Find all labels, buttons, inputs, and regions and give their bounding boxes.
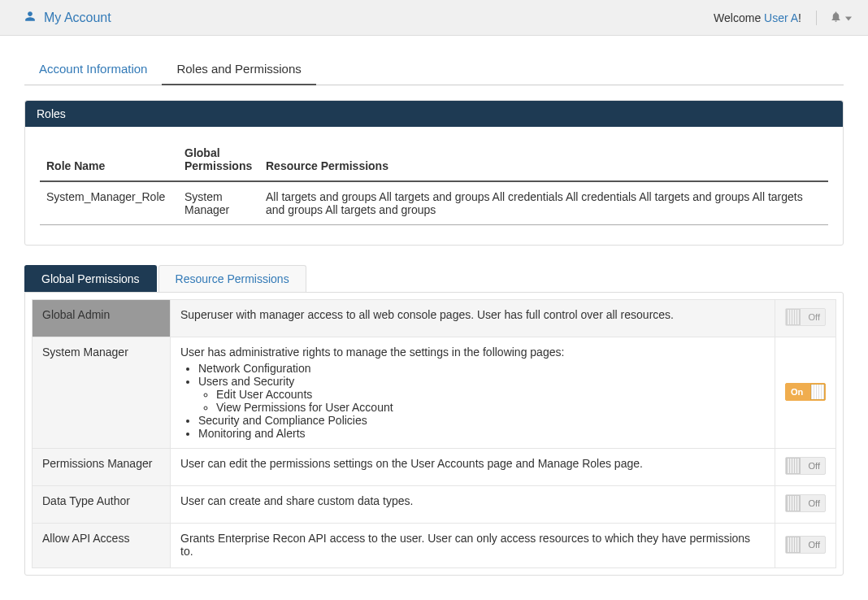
- list-item: Security and Compliance Policies: [198, 414, 765, 427]
- list-item: Edit User Accounts: [216, 388, 765, 401]
- roles-table: Role NameGlobal PermissionsResource Perm…: [40, 138, 828, 225]
- permission-name: Global Admin: [33, 300, 171, 337]
- toggle-system-manager[interactable]: On: [785, 383, 826, 401]
- permission-row: Permissions ManagerUser can edit the per…: [33, 449, 836, 486]
- bell-icon: [830, 11, 842, 25]
- tab-roles-and-permissions[interactable]: Roles and Permissions: [162, 55, 315, 85]
- permission-toggle-cell: Off: [775, 449, 836, 486]
- roles-panel: Roles Role NameGlobal PermissionsResourc…: [24, 100, 844, 246]
- permissions-table: Global AdminSuperuser with manager acces…: [32, 299, 836, 568]
- list-item: Users and SecurityEdit User AccountsView…: [198, 375, 765, 414]
- table-cell: All targets and groups All targets and g…: [259, 181, 828, 225]
- permission-description: Superuser with manager access to all web…: [171, 300, 775, 337]
- column-header: Resource Permissions: [259, 138, 828, 181]
- permission-row: Global AdminSuperuser with manager acces…: [33, 300, 836, 337]
- permission-toggle-cell: Off: [775, 524, 836, 568]
- notifications-button[interactable]: [816, 11, 852, 25]
- table-cell: System Manager: [178, 181, 259, 225]
- permission-toggle-cell: On: [775, 337, 836, 449]
- permission-description: User can edit the permissions settings o…: [171, 449, 775, 486]
- toggle-permissions-manager[interactable]: Off: [785, 457, 826, 475]
- roles-panel-header: Roles: [25, 101, 843, 127]
- permission-row: Data Type AuthorUser can create and shar…: [33, 486, 836, 524]
- permission-row: Allow API AccessGrants Enterprise Recon …: [33, 524, 836, 568]
- permissions-panel: Global AdminSuperuser with manager acces…: [24, 292, 844, 576]
- tab-account-information[interactable]: Account Information: [24, 55, 162, 85]
- column-header: Role Name: [40, 138, 178, 181]
- permission-name: Data Type Author: [33, 486, 171, 524]
- tab-resource-permissions[interactable]: Resource Permissions: [158, 265, 306, 292]
- tab-global-permissions[interactable]: Global Permissions: [24, 265, 157, 292]
- permission-name: Permissions Manager: [33, 449, 171, 486]
- column-header: Global Permissions: [178, 138, 259, 181]
- username-link[interactable]: User A: [764, 11, 798, 24]
- welcome-text: Welcome User A!: [714, 11, 801, 24]
- chevron-down-icon: [845, 11, 852, 24]
- permission-name: System Manager: [33, 337, 171, 449]
- permission-row: System ManagerUser has administrative ri…: [33, 337, 836, 449]
- permission-toggle-cell: Off: [775, 486, 836, 524]
- page-tabs: Account InformationRoles and Permissions: [24, 55, 844, 85]
- table-row: System_Manager_RoleSystem ManagerAll tar…: [40, 181, 828, 225]
- permission-name: Allow API Access: [33, 524, 171, 568]
- page-title: My Account: [44, 11, 111, 25]
- permission-description: User can create and share custom data ty…: [171, 486, 775, 524]
- toggle-data-type-author[interactable]: Off: [785, 494, 826, 512]
- user-icon: [24, 11, 36, 25]
- list-item: Monitoring and Alerts: [198, 427, 765, 440]
- list-item: View Permissions for User Account: [216, 401, 765, 414]
- list-item: Network Configuration: [198, 362, 765, 375]
- toggle-allow-api-access[interactable]: Off: [785, 536, 826, 554]
- permission-description: Grants Enterprise Recon API access to th…: [171, 524, 775, 568]
- permission-toggle-cell: Off: [775, 300, 836, 337]
- permissions-tabs: Global PermissionsResource Permissions: [24, 265, 844, 292]
- permission-description: User has administrative rights to manage…: [171, 337, 775, 449]
- table-cell: System_Manager_Role: [40, 181, 178, 225]
- toggle-global-admin: Off: [785, 308, 826, 326]
- my-account-link[interactable]: My Account: [24, 11, 111, 25]
